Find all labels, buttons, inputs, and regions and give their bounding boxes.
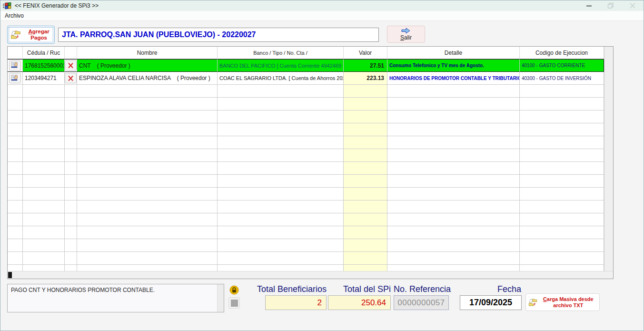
empty-cell [218, 201, 344, 213]
header-delete-col [65, 47, 77, 59]
minimize-button[interactable] [578, 0, 600, 11]
delete-row-button[interactable] [65, 60, 77, 71]
add-payments-folders-icon [10, 29, 21, 41]
table-row-empty [8, 85, 604, 98]
empty-cell [77, 201, 218, 213]
empty-cell [344, 213, 387, 226]
empty-cell [77, 188, 218, 201]
empty-cell [218, 252, 344, 265]
empty-cell [8, 85, 23, 98]
header-banco: Banco / Tipo / No. Cta / [218, 47, 344, 59]
empty-cell [65, 188, 77, 201]
empty-cell [344, 98, 387, 110]
empty-cell [344, 85, 387, 98]
empty-cell [218, 265, 344, 271]
edit-row-button[interactable] [9, 60, 21, 71]
gray-square-icon [231, 300, 238, 307]
empty-cell [344, 175, 387, 188]
empty-cell [23, 265, 65, 271]
note-scrollbar[interactable] [217, 284, 224, 312]
table-row-empty [8, 265, 604, 271]
grid-vertical-scrollbar[interactable] [604, 47, 613, 271]
payment-note-textarea[interactable]: PAGO CNT Y HONORARIOS PROMOTOR CONTABLE. [7, 284, 224, 312]
restore-button[interactable] [600, 0, 622, 11]
table-row[interactable]: 1768152560001CNT ( Proveedor )BANCO DEL … [8, 59, 604, 72]
salir-button[interactable]: Salir [387, 26, 425, 43]
empty-cell [218, 149, 344, 162]
grid-body: 1768152560001CNT ( Proveedor )BANCO DEL … [8, 59, 604, 271]
nombre-cell: CNT ( Proveedor ) [77, 59, 218, 72]
empty-cell [218, 136, 344, 149]
empty-cell [8, 175, 23, 188]
fecha-input[interactable]: 17/09/2025 [460, 295, 522, 310]
empty-cell [8, 265, 23, 271]
empty-cell [77, 226, 218, 239]
carga-masiva-label: Carga Masiva desde archivo TXT [540, 296, 597, 308]
empty-cell [520, 175, 604, 188]
empty-cell [387, 149, 520, 162]
table-row[interactable]: 1203494271ESPINOZA ALAVA CELIA NARCISA (… [8, 72, 604, 85]
referencia-value: 0000000057 [394, 295, 449, 310]
empty-cell [8, 98, 23, 110]
menu-archivo[interactable]: Archivo [0, 11, 28, 20]
lock-icon [229, 285, 239, 295]
cedula-cell: 1203494271 [23, 72, 65, 85]
total-beneficiarios-value: 2 [265, 295, 327, 310]
empty-cell [387, 213, 520, 226]
empty-cell [77, 110, 218, 123]
carga-masiva-button[interactable]: Carga Masiva desde archivo TXT [525, 293, 600, 311]
table-row-empty [8, 175, 604, 188]
empty-cell [387, 162, 520, 175]
empty-cell [218, 188, 344, 201]
delete-x-icon [68, 75, 74, 81]
agregar-pagos-label: Agregar Pagos [23, 29, 54, 41]
empty-cell [65, 110, 77, 123]
salir-label: Salir [400, 34, 412, 41]
empty-cell [218, 162, 344, 175]
empty-cell [23, 110, 65, 123]
empty-cell [65, 149, 77, 162]
close-button[interactable] [622, 0, 644, 11]
delete-row-button[interactable] [65, 73, 77, 83]
delete-x-icon [68, 62, 74, 69]
lock-toggle[interactable] [229, 285, 239, 295]
empty-cell [23, 188, 65, 201]
window-title: << FENIX Generador de SPi3 >> [15, 2, 99, 9]
empty-cell [23, 175, 65, 188]
grid-horizontal-scrollbar[interactable] [8, 271, 613, 279]
empty-cell [218, 175, 344, 188]
agregar-pagos-button[interactable]: Agregar Pagos [7, 26, 55, 44]
empty-cell [520, 149, 604, 162]
empty-cell [344, 226, 387, 239]
detalle-cell: HONORARIOS DE PROMOTOR CONTABLE Y TRIBUT… [387, 72, 520, 85]
empty-cell [387, 201, 520, 213]
empty-cell [344, 239, 387, 252]
restore-icon [607, 2, 614, 9]
app-window: << FENIX Generador de SPi3 >> Archivo [0, 0, 644, 331]
gray-square-button[interactable] [228, 297, 240, 309]
grid-horizontal-scrollbar-thumb[interactable] [8, 272, 12, 278]
empty-cell [387, 98, 520, 110]
fecha-label: Fecha [450, 284, 521, 294]
header-cedula: Cédula / Ruc [23, 47, 65, 59]
empty-cell [520, 252, 604, 265]
empty-cell [520, 213, 604, 226]
empty-cell [8, 136, 23, 149]
empty-cell [387, 226, 520, 239]
edit-row-button[interactable] [9, 73, 21, 83]
table-row-empty [8, 123, 604, 136]
table-row-empty [8, 110, 604, 123]
empty-cell [23, 136, 65, 149]
banco-cell: COAC EL SAGRARIO LTDA. [ Cuenta de Ahorr… [218, 72, 344, 85]
empty-cell [387, 188, 520, 201]
empty-cell [8, 123, 23, 136]
empty-cell [65, 213, 77, 226]
header-edit-col [8, 47, 23, 59]
empty-cell [520, 188, 604, 201]
empty-cell [520, 98, 604, 110]
empty-cell [387, 252, 520, 265]
empty-cell [65, 265, 77, 271]
empty-cell [8, 162, 23, 175]
empty-cell [520, 239, 604, 252]
entity-title-input[interactable] [58, 28, 379, 42]
